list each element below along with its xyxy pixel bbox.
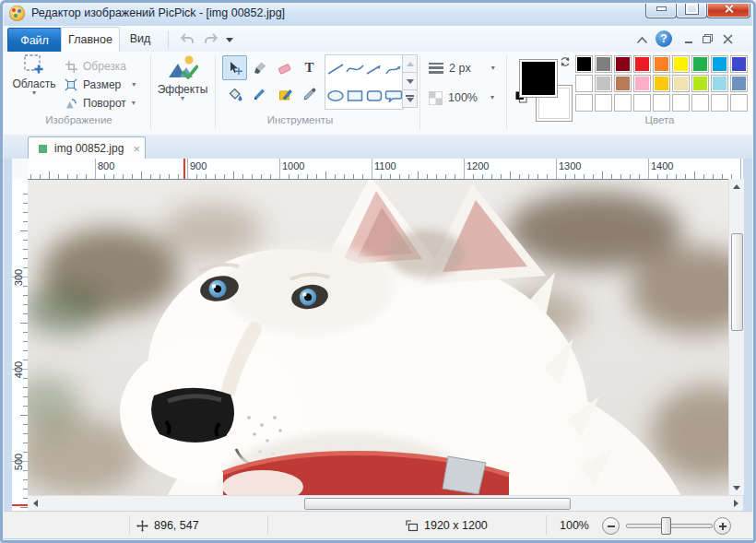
color-swatch[interactable]	[595, 75, 612, 92]
color-swatch[interactable]	[575, 94, 593, 112]
maximize-button[interactable]	[676, 0, 707, 18]
ruler-label: 900	[190, 160, 207, 171]
color-swatch[interactable]	[575, 55, 593, 73]
eraser-tool[interactable]	[272, 55, 297, 80]
ellipse-shape[interactable]	[325, 82, 345, 109]
line-width-dropdown[interactable]: 2 px ▾	[429, 59, 495, 77]
highlighter-tool[interactable]	[247, 81, 272, 106]
window-bottom-strip	[3, 538, 753, 540]
curved-arrow-shape[interactable]	[384, 55, 403, 82]
color-swatch[interactable]	[711, 94, 728, 112]
color-swatch[interactable]	[614, 55, 632, 73]
color-swatch[interactable]	[691, 55, 709, 73]
color-swatch[interactable]	[653, 55, 670, 73]
color-swatch[interactable]	[691, 75, 709, 92]
chevron-down-icon: ▾	[132, 100, 136, 106]
color-swatch[interactable]	[672, 94, 690, 112]
color-swatch[interactable]	[633, 55, 651, 73]
color-swatch[interactable]	[653, 75, 670, 92]
color-swatch[interactable]	[614, 94, 632, 112]
shape-gallery-buttons	[402, 54, 418, 108]
tab-view[interactable]: Вид	[120, 27, 160, 51]
help-button[interactable]: ?	[656, 30, 672, 47]
text-tool[interactable]: T	[297, 55, 322, 80]
zoom-out-button[interactable]	[602, 517, 620, 535]
mdi-close-button[interactable]	[720, 31, 735, 46]
undo-history-dropdown[interactable]	[224, 35, 235, 44]
crop-button[interactable]: Обрезка	[64, 57, 126, 76]
horizontal-scrollbar[interactable]	[28, 495, 743, 511]
mdi-close-icon	[723, 34, 733, 44]
tab-home[interactable]: Главное	[61, 27, 120, 53]
gallery-scroll-down-button[interactable]	[402, 73, 418, 90]
scroll-right-button[interactable]	[728, 496, 743, 511]
color-swatch[interactable]	[711, 75, 728, 92]
mosaic-tool[interactable]	[272, 81, 297, 106]
color-swatch[interactable]	[672, 75, 690, 92]
rotate-button[interactable]: Поворот ▾	[64, 94, 136, 112]
chevron-down-icon: ▾	[181, 96, 184, 101]
callout-shape[interactable]	[384, 82, 403, 109]
scroll-up-button[interactable]	[729, 179, 744, 194]
area-button[interactable]: Область ▾	[7, 53, 61, 111]
ribbon-tab-row: Файл Главное Вид ?	[3, 26, 753, 52]
horizontal-scroll-thumb[interactable]	[304, 498, 571, 510]
scroll-down-button[interactable]	[729, 480, 744, 495]
curve-shape[interactable]	[345, 55, 364, 82]
foreground-color-swatch[interactable]	[519, 59, 558, 98]
ellipse-shape-icon	[326, 89, 345, 102]
callout-shape-icon	[384, 89, 403, 102]
color-swatch[interactable]	[575, 75, 593, 92]
undo-button[interactable]	[177, 31, 197, 47]
tab-close-icon[interactable]: ×	[133, 142, 140, 156]
app-window: Редактор изображений PicPick - [img 0085…	[0, 0, 756, 543]
color-swatch[interactable]	[711, 55, 728, 73]
redo-button[interactable]	[201, 31, 221, 47]
color-swatch[interactable]	[730, 55, 748, 73]
color-swatch[interactable]	[595, 94, 612, 112]
color-swatch[interactable]	[730, 75, 748, 92]
color-swatch[interactable]	[595, 55, 612, 73]
swap-colors-button[interactable]	[559, 55, 572, 68]
fill-tool[interactable]	[222, 81, 247, 106]
select-move-tool[interactable]	[222, 55, 247, 80]
color-swatch[interactable]	[730, 94, 748, 112]
arrow-shape[interactable]	[364, 55, 384, 82]
line-width-icon	[429, 63, 443, 74]
brush-tool[interactable]	[247, 55, 272, 80]
file-menu-button[interactable]: Файл	[7, 28, 62, 53]
vertical-scroll-thumb[interactable]	[731, 233, 743, 331]
zoom-in-button[interactable]	[714, 517, 731, 535]
color-swatch[interactable]	[672, 55, 690, 73]
vertical-scrollbar[interactable]	[728, 179, 744, 495]
document-tab[interactable]: img 00852.jpg ×	[28, 136, 146, 159]
zoom-slider-thumb[interactable]	[661, 517, 671, 535]
v-ruler-cursor-marker	[12, 504, 28, 506]
color-swatch[interactable]	[633, 94, 651, 112]
effects-button[interactable]: Эффекты ▾	[156, 53, 209, 111]
shape-gallery	[325, 54, 404, 110]
color-swatch[interactable]	[614, 75, 632, 92]
canvas-image[interactable]	[28, 179, 728, 496]
color-swatch[interactable]	[691, 94, 709, 112]
size-button[interactable]: Размер ▾	[64, 76, 136, 94]
rectangle-shape[interactable]	[345, 82, 364, 109]
image-size-value: 1920 x 1200	[424, 519, 488, 532]
mdi-restore-button[interactable]	[700, 31, 715, 46]
scroll-left-button[interactable]	[28, 496, 42, 511]
rotate-label: Поворот	[83, 97, 126, 110]
rounded-rectangle-shape[interactable]	[364, 82, 384, 109]
minimize-button[interactable]	[645, 0, 677, 18]
ruler-label: 1300	[559, 160, 581, 171]
color-swatch[interactable]	[633, 75, 651, 92]
swap-arrows-icon	[559, 55, 572, 68]
color-swatch[interactable]	[653, 94, 670, 112]
ribbon-collapse-button[interactable]	[633, 32, 650, 47]
gallery-scroll-up-button[interactable]	[402, 54, 418, 73]
eyedropper-tool[interactable]	[297, 81, 322, 106]
opacity-dropdown[interactable]: 100% ▾	[429, 89, 494, 107]
gallery-expand-button[interactable]	[402, 90, 418, 108]
line-shape[interactable]	[325, 55, 345, 82]
mdi-minimize-button[interactable]	[681, 31, 696, 46]
close-button[interactable]	[706, 0, 750, 18]
